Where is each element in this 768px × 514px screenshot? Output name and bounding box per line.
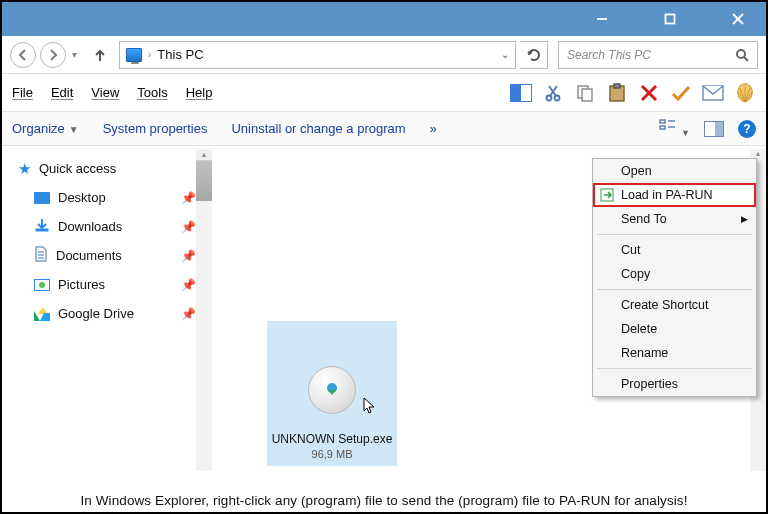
address-text: This PC [157,47,203,62]
sidebar-item-pictures[interactable]: Pictures 📌 [12,270,212,299]
apply-icon[interactable] [670,82,692,104]
svg-point-5 [737,50,745,58]
shell-icon[interactable] [734,82,756,104]
search-input[interactable]: Search This PC [558,41,758,69]
file-item-selected[interactable]: UNKNOWN Setup.exe 96,9 MB [267,321,397,466]
recent-locations-icon[interactable]: ▾ [72,49,77,60]
copy-icon[interactable] [574,82,596,104]
content-pane[interactable]: ▴ UNKNOWN Setup.exe 96,9 MB Open Load in… [212,146,766,479]
menu-edit[interactable]: Edit [51,85,73,100]
sidebar-item-desktop[interactable]: Desktop 📌 [12,183,212,212]
svg-rect-19 [660,126,665,129]
ctx-properties[interactable]: Properties [593,372,756,396]
cmd-system-properties[interactable]: System properties [103,121,208,136]
context-menu: Open Load in PA-RUN Send To▶ Cut Copy Cr… [592,158,757,397]
cmd-uninstall[interactable]: Uninstall or change a program [231,121,405,136]
preview-pane-icon[interactable] [704,121,724,137]
google-drive-icon [34,307,50,321]
sidebar-item-downloads[interactable]: Downloads 📌 [12,212,212,241]
exe-installer-icon [308,366,356,414]
chevron-right-icon: › [148,49,151,60]
file-name: UNKNOWN Setup.exe [272,432,393,446]
ctx-create-shortcut[interactable]: Create Shortcut [593,293,756,317]
svg-rect-1 [666,15,675,24]
main-area: ▴ ★ Quick access Desktop 📌 Downloads 📌 D… [2,146,766,479]
ctx-send-to[interactable]: Send To▶ [593,207,756,231]
sidebar-item-documents[interactable]: Documents 📌 [12,241,212,270]
ctx-cut[interactable]: Cut [593,238,756,262]
minimize-button[interactable] [580,4,624,34]
command-bar: Organize▼ System properties Uninstall or… [2,112,766,146]
close-button[interactable] [716,4,760,34]
svg-rect-18 [660,120,665,123]
star-icon: ★ [18,160,31,178]
delete-icon[interactable] [638,82,660,104]
desktop-icon [34,192,50,204]
cut-icon[interactable] [542,82,564,104]
ctx-copy[interactable]: Copy [593,262,756,286]
cmd-more[interactable]: » [430,121,437,136]
ctx-rename[interactable]: Rename [593,341,756,365]
menu-tools[interactable]: Tools [137,85,167,100]
svg-rect-22 [36,229,48,231]
pin-icon: 📌 [181,191,196,205]
svg-rect-12 [582,89,592,101]
mail-icon[interactable] [702,82,724,104]
nav-bar: ▾ › This PC ⌄ Search This PC [2,36,766,74]
pa-run-icon [599,187,615,203]
menu-help[interactable]: Help [186,85,213,100]
navigation-pane: ▴ ★ Quick access Desktop 📌 Downloads 📌 D… [2,146,212,479]
caption-text: In Windows Explorer, right-click any (pr… [2,493,766,508]
documents-icon [34,246,48,265]
view-options-icon[interactable]: ▼ [659,118,690,139]
file-size: 96,9 MB [312,448,353,460]
cursor-icon [362,396,380,417]
pin-icon: 📌 [181,220,196,234]
cmd-organize[interactable]: Organize▼ [12,121,79,136]
ctx-delete[interactable]: Delete [593,317,756,341]
svg-line-6 [744,57,748,61]
pictures-icon [34,279,50,291]
paste-icon[interactable] [606,82,628,104]
ctx-open[interactable]: Open [593,159,756,183]
sidebar-item-google-drive[interactable]: Google Drive 📌 [12,299,212,328]
downloads-icon [34,217,50,236]
forward-button[interactable] [40,42,66,68]
address-dropdown-icon[interactable]: ⌄ [501,49,509,60]
window-titlebar [2,2,766,36]
panel-toggle-icon[interactable] [510,84,532,102]
pin-icon: 📌 [181,278,196,292]
back-button[interactable] [10,42,36,68]
up-button[interactable] [89,44,111,66]
ctx-load-pa-run[interactable]: Load in PA-RUN [593,183,756,207]
pin-icon: 📌 [181,307,196,321]
refresh-button[interactable] [520,41,548,69]
address-bar[interactable]: › This PC ⌄ [119,41,516,69]
svg-rect-14 [614,84,620,88]
help-icon[interactable]: ? [738,120,756,138]
ctx-separator [597,289,752,290]
menu-file[interactable]: File [12,85,33,100]
ctx-separator [597,234,752,235]
search-placeholder: Search This PC [567,48,651,62]
submenu-arrow-icon: ▶ [741,214,748,224]
pin-icon: 📌 [181,249,196,263]
search-icon [735,48,749,62]
sidebar-item-quick-access[interactable]: ★ Quick access [12,154,212,183]
menu-view[interactable]: View [91,85,119,100]
ctx-separator [597,368,752,369]
menu-bar: File Edit View Tools Help [2,74,766,112]
maximize-button[interactable] [648,4,692,34]
this-pc-icon [126,48,142,62]
